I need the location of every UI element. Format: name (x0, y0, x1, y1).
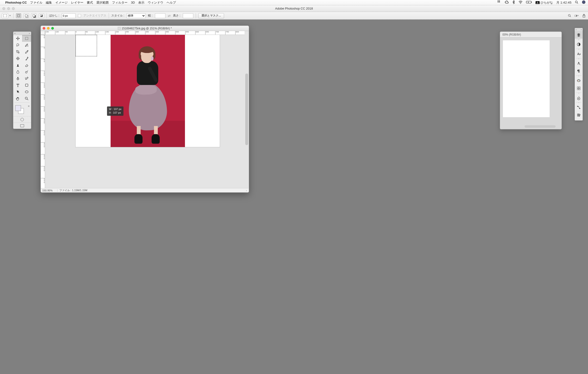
wifi-icon[interactable] (518, 0, 523, 5)
menu-edit[interactable]: 編集 (46, 0, 52, 5)
shape-tool[interactable] (22, 82, 31, 88)
canvas[interactable] (75, 35, 220, 147)
menu-view[interactable]: 表示 (138, 0, 145, 5)
zoom-tool[interactable] (22, 95, 31, 102)
tools-collapse-icon[interactable]: « (29, 32, 30, 35)
background-document-window[interactable]: 00% (RGB/8#) (500, 32, 562, 129)
ime-indicator[interactable]: あ ひらがな (536, 0, 553, 5)
style-select[interactable]: 標準 (126, 13, 146, 18)
menu-3d[interactable]: 3D (131, 1, 135, 4)
layers-panel-icon[interactable] (575, 31, 583, 39)
search-icon[interactable] (567, 14, 572, 18)
menu-help[interactable]: ヘルプ (167, 0, 176, 5)
marquee-tool[interactable] (22, 35, 31, 42)
selection-size-tooltip: W : 107 px H : 107 px (107, 106, 124, 116)
svg-point-17 (25, 97, 27, 99)
glyphs-panel-icon[interactable] (575, 50, 583, 58)
doc-scrollbar-v[interactable] (245, 74, 248, 145)
clone-stamp-tool[interactable] (13, 62, 22, 68)
type-tool[interactable] (13, 82, 22, 88)
selection-subtract-button[interactable] (31, 13, 36, 18)
character-panel-icon[interactable] (575, 60, 583, 67)
horizontal-ruler[interactable]: 1501005005010015020025030035040045050055… (45, 31, 244, 35)
paths-panel-icon[interactable] (575, 104, 583, 111)
svg-rect-26 (577, 88, 578, 90)
tools-close-icon[interactable]: × (14, 32, 15, 35)
status-menu-icon[interactable]: › (244, 189, 249, 192)
strip-close-icon[interactable]: × (576, 29, 577, 31)
spotlight-icon[interactable] (575, 0, 578, 5)
status-zoom[interactable]: 150.95% (41, 189, 57, 192)
feather-input[interactable] (62, 13, 75, 18)
path-select-tool[interactable] (13, 88, 22, 95)
siri-icon[interactable] (582, 0, 586, 5)
libraries-panel-icon[interactable] (575, 111, 583, 119)
swatches-panel-icon[interactable] (575, 77, 583, 85)
creative-cloud-icon[interactable] (504, 0, 509, 5)
doc-minimize-icon[interactable] (47, 27, 50, 30)
swap-colors-icon[interactable]: ⤭ (28, 105, 30, 107)
battery-icon[interactable] (526, 0, 532, 5)
blur-tool[interactable] (13, 68, 22, 75)
svg-point-21 (578, 80, 579, 80)
status-file-info[interactable]: ファイル : 1.15M/1.15M (57, 188, 244, 192)
quick-select-tool[interactable] (22, 42, 31, 48)
lasso-tool[interactable] (13, 42, 22, 48)
properties-panel-icon[interactable] (575, 85, 583, 92)
bluetooth-icon[interactable] (512, 0, 515, 5)
doc2-tab[interactable]: 00% (RGB/8#) (500, 32, 562, 37)
marquee-selection[interactable] (75, 35, 97, 56)
svg-point-11 (27, 45, 28, 46)
selection-new-button[interactable] (16, 13, 21, 18)
canvas-viewport[interactable]: W : 107 px H : 107 px (45, 35, 244, 188)
menu-layer[interactable]: レイヤー (71, 0, 84, 5)
crop-tool[interactable] (13, 48, 22, 55)
eyedropper-tool[interactable] (22, 48, 31, 55)
menu-type[interactable]: 書式 (87, 0, 93, 5)
color-panel-icon[interactable] (575, 94, 583, 102)
eraser-tool[interactable] (22, 62, 31, 68)
quick-mask-toggle[interactable] (13, 116, 31, 122)
brush-tool[interactable] (22, 55, 31, 62)
tool-preset-picker[interactable] (2, 13, 8, 18)
close-dot-icon[interactable] (2, 7, 5, 10)
select-and-mask-button[interactable]: 選択とマスク... (198, 13, 224, 18)
color-swatches[interactable]: ⤭ (13, 104, 31, 116)
menu-image[interactable]: イメージ (55, 0, 68, 5)
ellipse-tool[interactable] (22, 88, 31, 95)
doc-close-icon[interactable] (43, 27, 45, 30)
workspace-switcher-icon[interactable]: ▼ (575, 14, 579, 18)
dropbox-icon[interactable] (497, 0, 501, 5)
share-icon[interactable] (582, 14, 586, 18)
selection-add-button[interactable] (24, 13, 29, 18)
dodge-tool[interactable] (22, 68, 31, 75)
doc2-scrollbar-h[interactable] (525, 125, 556, 128)
zoom-dot-icon[interactable] (12, 7, 15, 10)
pen-tool[interactable] (13, 75, 22, 82)
foreground-color-swatch[interactable] (15, 105, 21, 111)
doc-titlebar[interactable]: 1516946275nk.jpg @ 151% (RGB/8#) * (41, 26, 249, 31)
menubar-clock[interactable]: 月 1:42:45 (556, 0, 572, 5)
history-brush-tool[interactable] (22, 75, 31, 82)
paragraph-panel-icon[interactable] (575, 67, 583, 75)
menu-select[interactable]: 選択範囲 (96, 0, 109, 5)
antialias-label: アンチエイリアス (84, 14, 106, 18)
selection-intersect-button[interactable] (39, 13, 44, 18)
menu-filter[interactable]: フィルター (112, 0, 127, 5)
vertical-ruler[interactable]: 50050100150200250300350400450500550600 (41, 35, 45, 188)
strip-expand-icon[interactable]: » (581, 29, 582, 31)
minimize-dot-icon[interactable] (7, 7, 10, 10)
adjustments-panel-icon[interactable] (575, 41, 583, 48)
hand-tool[interactable] (13, 95, 22, 102)
spot-heal-tool[interactable] (13, 55, 22, 62)
width-label: 幅 : (148, 14, 153, 18)
move-tool[interactable] (13, 35, 22, 42)
screen-mode-toggle[interactable] (13, 122, 31, 129)
app-name[interactable]: Photoshop CC (5, 1, 27, 4)
svg-point-13 (25, 71, 27, 73)
doc-zoom-icon[interactable] (51, 27, 54, 30)
menu-file[interactable]: ファイル (30, 0, 42, 5)
ruler-origin[interactable] (41, 31, 45, 35)
svg-rect-25 (579, 87, 580, 88)
menu-window[interactable]: ウィンドウ (148, 0, 163, 5)
